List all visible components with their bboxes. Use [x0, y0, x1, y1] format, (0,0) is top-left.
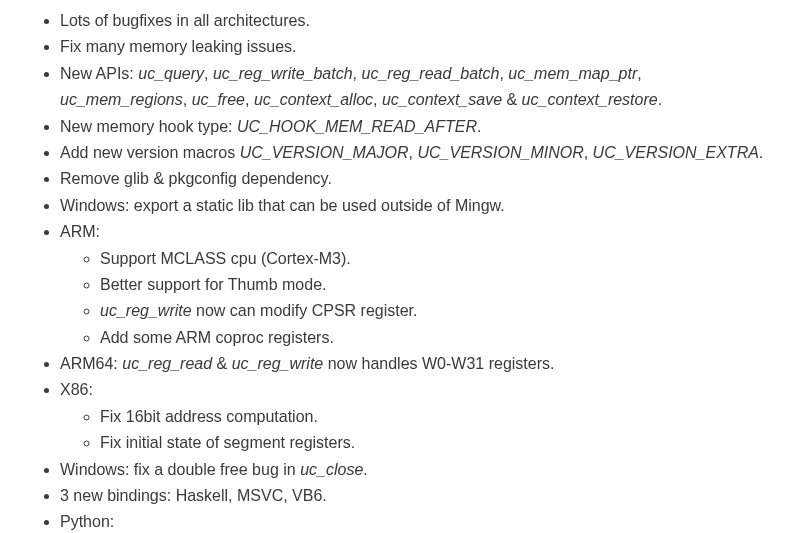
code-identifier: uc_reg_write: [100, 302, 192, 319]
code-identifier: uc_context_alloc: [254, 91, 373, 108]
code-identifier: uc_query: [138, 65, 204, 82]
code-identifier: uc_reg_read_batch: [362, 65, 500, 82]
sub-list: Fix 16bit address computation.Fix initia…: [60, 404, 766, 457]
list-item: Python:: [60, 509, 766, 533]
list-item: Windows: fix a double free bug in uc_clo…: [60, 457, 766, 483]
list-item: New memory hook type: UC_HOOK_MEM_READ_A…: [60, 114, 766, 140]
list-item: Windows: export a static lib that can be…: [60, 193, 766, 219]
code-identifier: UC_VERSION_MINOR: [417, 144, 583, 161]
code-identifier: uc_close: [300, 461, 363, 478]
sub-list: Support MCLASS cpu (Cortex-M3).Better su…: [60, 246, 766, 352]
code-identifier: UC_VERSION_MAJOR: [240, 144, 409, 161]
list-item: Fix 16bit address computation.: [100, 404, 766, 430]
list-item: ARM64: uc_reg_read & uc_reg_write now ha…: [60, 351, 766, 377]
changelog-list: Lots of bugfixes in all architectures.Fi…: [20, 8, 766, 533]
code-identifier: uc_reg_write: [232, 355, 324, 372]
list-item: X86:Fix 16bit address computation.Fix in…: [60, 377, 766, 456]
list-item: uc_reg_write now can modify CPSR registe…: [100, 298, 766, 324]
list-item: ARM:Support MCLASS cpu (Cortex-M3).Bette…: [60, 219, 766, 351]
list-item: Support MCLASS cpu (Cortex-M3).: [100, 246, 766, 272]
code-identifier: UC_VERSION_EXTRA: [593, 144, 759, 161]
list-item: Add new version macros UC_VERSION_MAJOR,…: [60, 140, 766, 166]
code-identifier: uc_context_save: [382, 91, 502, 108]
list-item: Remove glib & pkgconfig dependency.: [60, 166, 766, 192]
code-identifier: uc_mem_regions: [60, 91, 183, 108]
list-item: Add some ARM coproc registers.: [100, 325, 766, 351]
code-identifier: uc_mem_map_ptr: [508, 65, 637, 82]
list-item: Better support for Thumb mode.: [100, 272, 766, 298]
code-identifier: uc_reg_read: [122, 355, 212, 372]
code-identifier: UC_HOOK_MEM_READ_AFTER: [237, 118, 477, 135]
code-identifier: uc_reg_write_batch: [213, 65, 353, 82]
list-item: New APIs: uc_query, uc_reg_write_batch, …: [60, 61, 766, 114]
code-identifier: uc_context_restore: [522, 91, 658, 108]
list-item: Fix many memory leaking issues.: [60, 34, 766, 60]
list-item: 3 new bindings: Haskell, MSVC, VB6.: [60, 483, 766, 509]
code-identifier: uc_free: [192, 91, 245, 108]
list-item: Lots of bugfixes in all architectures.: [60, 8, 766, 34]
list-item: Fix initial state of segment registers.: [100, 430, 766, 456]
